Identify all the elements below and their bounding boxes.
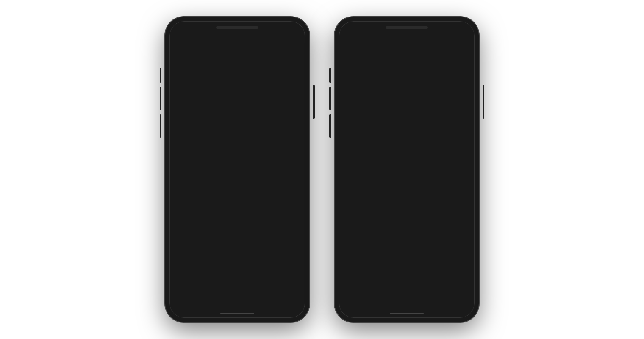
like-action-2[interactable]: 👍 22K [451,151,469,176]
phone-btn-power [313,85,315,119]
user-info-1: Paula García ✓ · Follow 🌐 Public [194,223,299,234]
user-name-row-1: Paula García ✓ · Follow [194,223,299,229]
music-text-2: Vinyet Roux · O [359,282,389,286]
user-avatar-2[interactable] [345,249,360,264]
svg-point-19 [354,253,356,257]
verified-icon-1: ✓ [229,224,233,228]
caption-1: Perfect for casual lunch dates [175,239,299,245]
video-content-2: Sponsored ▾ 👍 22K 💬 780 ➤ 52 [339,21,475,318]
comment-input-1[interactable]: Add Comment... [176,304,298,310]
comment-action[interactable]: 💬 780 [281,180,300,205]
share-icon-2[interactable]: ➤ [451,208,469,227]
phone2-btn-power [483,85,484,119]
like-icon[interactable]: 👍 [281,151,300,170]
phone-1: 👍 22K 💬 780 ➤ 52 [165,17,309,322]
user-name-row-2: Paula García ✓ · Follow [364,251,469,258]
follow-button-1[interactable]: Follow [239,223,256,229]
comment-bar-2: Add Comment... [339,296,475,318]
chip-row-1: ♫ ♫ Andrius Schneid [175,249,299,262]
phone-2: Sponsored ▾ 👍 22K 💬 780 ➤ 52 [335,17,479,322]
phone-btn-mute [160,68,161,83]
globe-icon-1: 🌐 [194,229,199,234]
music-avatar-img-1: ♫ [178,251,187,260]
more-button-ad-1[interactable]: ··· [282,274,296,287]
phone2-btn-vol-up [329,87,331,110]
like-action[interactable]: 👍 22K [281,151,300,176]
svg-point-15 [348,257,357,264]
comment-action-2[interactable]: 💬 780 [451,180,469,205]
like-icon-2[interactable]: 👍 [451,151,469,170]
svg-text:♫: ♫ [180,253,183,258]
music-text-1: Andrius Schneid [190,253,221,258]
public-label-1: 🌐 Public [194,229,299,234]
visibility-label-1: Public [200,229,213,234]
phone-screen-2: Sponsored ▾ 👍 22K 💬 780 ➤ 52 [339,21,475,318]
user-name-1: Paula García [194,223,228,229]
separator-2: · [405,251,406,257]
phone-btn-vol-down [160,114,161,138]
phone-btn-vol-up [160,87,161,110]
globe-icon-2: 🌐 [364,258,369,263]
svg-point-2 [178,229,187,236]
user-name-2: Paula García [364,251,397,258]
video-content-1: 👍 22K 💬 780 ➤ 52 [169,21,305,318]
follow-button-2[interactable]: Follow [408,251,426,258]
user-avatar-1[interactable] [175,221,191,236]
ads-support-text-1: Ads support Paula García [175,264,299,269]
music-chip-1[interactable]: ♫ ♫ Andrius Schneid [175,249,225,262]
visibility-label-2: Public [370,258,383,263]
bottom-overlay-1: Paula García ✓ · Follow 🌐 Public Perfect… [169,216,305,296]
share-action-2[interactable]: ➤ 52 [451,208,469,233]
hand-shape [258,35,286,71]
music-avatar-2: ♫ ♫ [347,279,357,289]
chip-row-2: ♫ ♫ Vinyet Roux · O ··· [345,277,469,291]
phone-screen-1: 👍 22K 💬 780 ➤ 52 [169,21,305,318]
more-button-2[interactable]: ··· [455,277,469,291]
ad-brand-1: Jasper's · Sponsored [197,276,271,281]
music-avatar-img-2: ♫ [347,279,357,289]
svg-text:♫: ♫ [350,282,353,286]
user-row-2: Paula García ✓ · Follow 🌐 Public [345,249,469,264]
verified-icon-2: ✓ [399,252,402,257]
sponsored-label-2: Sponsored ▾ [437,28,469,35]
share-count-2: 52 [458,228,463,233]
comment-input-2[interactable]: Add Comment... [346,304,468,310]
comment-icon-2[interactable]: 💬 [451,180,469,198]
public-label-2: 🌐 Public [364,258,469,263]
svg-point-18 [349,253,351,258]
svg-text:🌿: 🌿 [184,278,189,283]
ad-info-1: Jasper's · Sponsored Best place to buy f… [197,276,271,286]
ad-chip-1[interactable]: 🌿 Jasper's · Sponsored Best place to buy… [175,270,299,291]
like-count-2: 22K [456,171,464,176]
svg-point-5 [180,225,182,229]
music-avatar-1: ♫ ♫ [178,251,187,260]
caption-2: Perfect for casual lunch dates [345,267,469,274]
ad-desc-1: Best place to buy fresh grocery... [197,281,271,286]
music-chip-2[interactable]: ♫ ♫ Vinyet Roux · O [345,277,393,291]
like-count: 22K [286,171,295,176]
ad-chevron-1[interactable]: ▾ [275,278,277,283]
sponsored-chevron-2[interactable]: ▾ [464,29,466,34]
bottom-overlay-2: Paula García ✓ · Follow 🌐 Public Perfect… [339,244,475,296]
sponsored-text-2: Sponsored [440,29,462,34]
comment-bar-1: Add Comment... [169,296,305,318]
comment-count: 780 [287,200,294,205]
comment-icon[interactable]: 💬 [281,180,300,198]
ads-section-1: Ads support Paula García 🌿 [175,264,299,291]
separator-1: · [235,223,236,229]
avatar-image-1 [176,222,190,235]
phone2-btn-vol-down [329,114,331,138]
ad-icon-1: 🌿 [179,273,194,288]
user-info-2: Paula García ✓ · Follow 🌐 Public [364,251,469,263]
powder-effect [225,116,259,137]
user-row-1: Paula García ✓ · Follow 🌐 Public [175,221,299,236]
phone2-btn-mute [329,68,331,83]
avatar-image-2 [346,250,359,264]
action-buttons-2: 👍 22K 💬 780 ➤ 52 [451,151,469,233]
comment-count-2: 780 [456,200,464,205]
